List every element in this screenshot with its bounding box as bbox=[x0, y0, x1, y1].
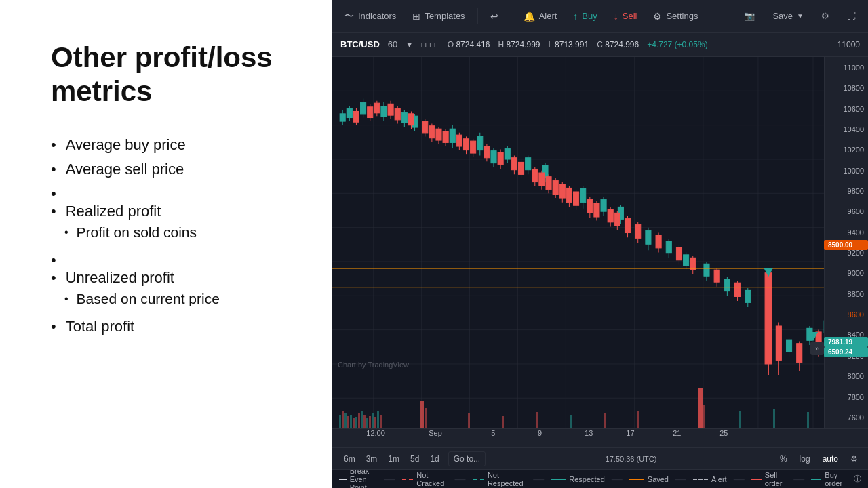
svg-rect-164 bbox=[363, 415, 366, 428]
svg-rect-171 bbox=[420, 401, 424, 428]
price-right: 11000 bbox=[837, 40, 860, 49]
legend-sell-order: Sell order bbox=[751, 471, 787, 487]
indicators-icon: 〜 bbox=[344, 10, 354, 22]
price-change: +4.727 (+0.05%) bbox=[647, 40, 707, 49]
svg-rect-36 bbox=[491, 151, 496, 163]
buy-button[interactable]: ↑ Buy bbox=[566, 7, 604, 26]
svg-rect-181 bbox=[739, 411, 741, 428]
svg-rect-58 bbox=[724, 279, 730, 291]
svg-rect-170 bbox=[380, 415, 382, 428]
fullscreen-icon: ⛶ bbox=[847, 11, 856, 21]
list-item-unrealized: • Unrealized profit Based on current pri… bbox=[51, 251, 298, 311]
svg-rect-182 bbox=[773, 409, 775, 428]
svg-rect-173 bbox=[468, 413, 470, 428]
svg-rect-72 bbox=[368, 107, 373, 118]
tf-5d[interactable]: 5d bbox=[406, 452, 424, 466]
ohlc-close: C 8724.996 bbox=[597, 40, 639, 49]
undo-button[interactable]: ↩ bbox=[484, 7, 505, 26]
tf-1m[interactable]: 1m bbox=[383, 452, 404, 466]
camera-icon: 📷 bbox=[744, 11, 755, 21]
chart-area[interactable]: 11000 10800 10600 10400 10200 10000 9800… bbox=[332, 57, 868, 428]
alert-button[interactable]: 🔔 Alert bbox=[517, 7, 564, 26]
svg-rect-102 bbox=[518, 162, 524, 174]
svg-rect-140 bbox=[765, 273, 772, 364]
legend-breakeven: Break Even Point bbox=[339, 469, 378, 488]
publish-icon: ⚙ bbox=[821, 11, 829, 21]
undo-icon: ↩ bbox=[490, 11, 498, 22]
collapse-button[interactable]: » bbox=[810, 342, 824, 355]
svg-rect-176 bbox=[570, 415, 572, 428]
legend-alert: Alert bbox=[693, 475, 727, 483]
tf-1d[interactable]: 1d bbox=[425, 452, 443, 466]
sub-list-item: Profit on sold coins bbox=[64, 224, 197, 241]
volume-chart bbox=[332, 374, 824, 428]
svg-rect-122 bbox=[608, 209, 613, 222]
right-panel: 〜 Indicators ⊞ Templates ↩ 🔔 Alert ↑ Buy… bbox=[332, 0, 868, 488]
svg-rect-163 bbox=[361, 411, 363, 428]
svg-rect-126 bbox=[625, 218, 630, 232]
svg-rect-161 bbox=[355, 417, 357, 428]
svg-rect-62 bbox=[786, 340, 791, 352]
dropdown-icon: ▼ bbox=[797, 12, 804, 20]
settings-icon-btn[interactable]: ⚙ bbox=[847, 453, 861, 465]
time-label-25: 25 bbox=[719, 429, 728, 437]
ohlc-open: O 8724.416 bbox=[448, 40, 490, 49]
svg-rect-70 bbox=[353, 112, 359, 123]
camera-button[interactable]: 📷 bbox=[737, 7, 762, 25]
tf-3m[interactable]: 3m bbox=[361, 452, 382, 466]
svg-rect-116 bbox=[574, 192, 579, 205]
candlestick-chart bbox=[332, 57, 868, 428]
content-area: Other profit/lossmetrics Average buy pri… bbox=[51, 41, 298, 342]
svg-rect-178 bbox=[637, 411, 639, 428]
gear-icon: ⚙ bbox=[653, 11, 662, 22]
buy-icon: ↑ bbox=[573, 11, 578, 22]
toolbar: 〜 Indicators ⊞ Templates ↩ 🔔 Alert ↑ Buy… bbox=[332, 0, 868, 33]
svg-rect-34 bbox=[477, 136, 483, 150]
indicators-button[interactable]: 〜 Indicators bbox=[338, 6, 403, 26]
left-panel: Other profit/lossmetrics Average buy pri… bbox=[0, 0, 332, 488]
bottom-toolbar: 6m 3m 1m 5d 1d Go to... 17:50:36 (UTC) %… bbox=[332, 447, 868, 469]
goto-button[interactable]: Go to... bbox=[448, 451, 486, 466]
data-attribution: ⓘ bbox=[854, 474, 861, 484]
svg-rect-86 bbox=[436, 129, 441, 140]
sell-button[interactable]: ↓ Sell bbox=[607, 7, 644, 26]
svg-rect-54 bbox=[684, 255, 689, 266]
svg-rect-100 bbox=[511, 158, 517, 170]
svg-rect-120 bbox=[594, 203, 599, 217]
sell-icon: ↓ bbox=[614, 11, 618, 22]
svg-rect-110 bbox=[553, 180, 558, 194]
svg-rect-60 bbox=[745, 290, 751, 302]
percent-btn[interactable]: % bbox=[776, 453, 791, 465]
time-labels: 12:00 Sep 5 9 13 17 21 25 bbox=[340, 429, 860, 448]
fullscreen-button[interactable]: ⛶ bbox=[840, 7, 863, 25]
templates-icon: ⊞ bbox=[412, 11, 420, 22]
svg-rect-80 bbox=[408, 114, 414, 125]
tf-6m[interactable]: 6m bbox=[339, 452, 360, 466]
svg-rect-88 bbox=[443, 131, 448, 143]
svg-rect-96 bbox=[484, 146, 490, 158]
svg-rect-180 bbox=[703, 405, 705, 428]
templates-button[interactable]: ⊞ Templates bbox=[406, 7, 471, 26]
auto-btn[interactable]: auto bbox=[819, 453, 842, 465]
legend-not-respected: Not Respected bbox=[473, 471, 527, 487]
symbol-bar: BTC/USD 60 ▼ □□□□ O 8724.416 H 8724.999 … bbox=[332, 33, 868, 57]
svg-rect-74 bbox=[374, 103, 380, 113]
svg-rect-128 bbox=[635, 224, 641, 238]
sub-list: Profit on sold coins bbox=[51, 224, 197, 245]
timeframe-label[interactable]: 60 bbox=[388, 39, 397, 49]
log-btn[interactable]: log bbox=[796, 453, 814, 465]
svg-rect-20 bbox=[340, 114, 345, 121]
legend-buy-order: Buy order bbox=[811, 471, 847, 487]
save-button[interactable]: Save ▼ bbox=[766, 7, 810, 25]
bar-style[interactable]: □□□□ bbox=[421, 41, 439, 49]
svg-rect-132 bbox=[676, 247, 682, 260]
symbol-pair[interactable]: BTC/USD bbox=[340, 39, 380, 49]
svg-rect-40 bbox=[526, 158, 531, 170]
svg-rect-24 bbox=[361, 102, 366, 114]
time-label-5: 5 bbox=[491, 429, 495, 437]
svg-rect-174 bbox=[502, 416, 504, 428]
publish-button[interactable]: ⚙ bbox=[814, 7, 836, 25]
settings-button[interactable]: ⚙ Settings bbox=[646, 7, 705, 26]
bottom-right-controls: % log auto ⚙ bbox=[776, 453, 861, 465]
svg-rect-32 bbox=[450, 129, 455, 142]
